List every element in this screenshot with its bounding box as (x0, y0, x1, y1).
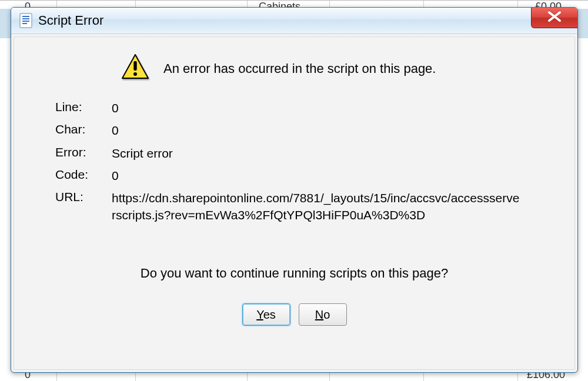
value-char: 0 (112, 122, 523, 139)
value-line: 0 (112, 100, 523, 116)
button-row: Yes No (45, 303, 544, 326)
value-error: Script error (112, 145, 523, 162)
value-code: 0 (112, 168, 523, 184)
warning-icon (121, 54, 149, 83)
detail-row-url: URL: https://cdn.sharepointonline.com/78… (55, 190, 544, 223)
label-error: Error: (55, 145, 112, 162)
detail-row-char: Char: 0 (55, 122, 544, 139)
document-icon (19, 13, 32, 28)
error-heading: An error has occurred in the script on t… (163, 61, 436, 76)
continue-prompt: Do you want to continue running scripts … (45, 266, 544, 281)
dialog-body: An error has occurred in the script on t… (14, 36, 575, 370)
svg-rect-5 (133, 61, 136, 71)
script-error-dialog: Script Error An error has occurred in th… (11, 7, 578, 373)
svg-point-6 (133, 72, 137, 76)
label-url: URL: (55, 190, 112, 223)
detail-row-line: Line: 0 (55, 100, 544, 116)
yes-button[interactable]: Yes (242, 303, 290, 326)
dialog-title: Script Error (38, 13, 103, 28)
detail-row-error: Error: Script error (55, 145, 544, 162)
label-char: Char: (55, 122, 112, 139)
close-icon (547, 11, 562, 25)
no-button[interactable]: No (299, 303, 347, 326)
value-url: https://cdn.sharepointonline.com/7881/_l… (112, 190, 523, 223)
detail-row-code: Code: 0 (55, 168, 544, 184)
titlebar[interactable]: Script Error (11, 8, 577, 34)
label-code: Code: (55, 168, 112, 184)
error-details: Line: 0 Char: 0 Error: Script error Code… (55, 100, 544, 229)
close-button[interactable] (531, 8, 577, 28)
label-line: Line: (55, 100, 112, 116)
